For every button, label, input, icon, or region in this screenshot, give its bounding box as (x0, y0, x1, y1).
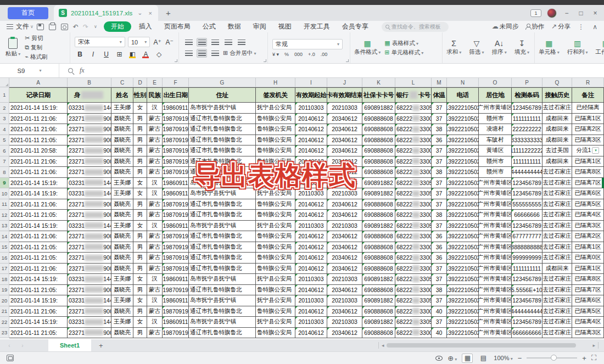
fill-color-icon[interactable]: ◧ (127, 49, 138, 59)
cell-R16[interactable]: 已隔离0区 (572, 253, 604, 264)
cell-M2[interactable]: 37 (432, 103, 447, 114)
cell-O16[interactable]: 广州市黄埔区 (479, 253, 512, 264)
cell-Q13[interactable]: 去过石家庄 (543, 221, 572, 232)
cell-H13[interactable]: 抚宁县公安局 (256, 221, 295, 232)
cell-L10[interactable]: 682223305 (395, 188, 432, 199)
row-number-7[interactable]: 7 (0, 156, 9, 167)
cell-N22[interactable]: 13922210502 (447, 317, 479, 328)
decrease-indent-icon[interactable] (223, 38, 233, 47)
cell-F12[interactable]: 19870919 (163, 210, 189, 221)
cell-R9[interactable]: 已隔离7区 (572, 178, 604, 189)
cell-H16[interactable]: 鲁特旗公安局 (256, 253, 295, 264)
cell-K15[interactable]: 690888608 (362, 242, 395, 253)
cell-O5[interactable]: 车陂村 (479, 135, 512, 146)
cell-C18[interactable]: 王美娜 (111, 274, 133, 285)
cell-P8[interactable]: 4444444444 (512, 167, 543, 178)
cell-B9[interactable]: 03231144 (68, 178, 111, 189)
cell-K18[interactable]: 690891882 (362, 274, 395, 285)
cell-R11[interactable]: 已隔离5区 (572, 199, 604, 210)
header-cell-C[interactable]: 姓名 (111, 87, 133, 103)
cell-J19[interactable]: 20340612 (327, 285, 362, 296)
cell-J3[interactable]: 20340612 (327, 114, 362, 125)
header-cell-J[interactable]: 卡有效期结束 (327, 87, 362, 103)
eraser-icon[interactable]: ◇ (154, 49, 164, 59)
cell-B23[interactable]: 23271900 (68, 328, 111, 339)
share-button[interactable]: ↗分享 (551, 23, 571, 31)
cell-P19[interactable]: 5.5556E+10 (512, 285, 543, 296)
cell-C16[interactable]: 聂晓亮 (111, 253, 133, 264)
cell-C4[interactable]: 聂晓亮 (111, 124, 133, 135)
fill-button[interactable]: ↧填充 ▾ (511, 40, 533, 56)
header-cell-I[interactable]: 有效期起始 (295, 87, 327, 103)
copy-button[interactable]: ⧉复制 (25, 44, 47, 52)
cell-E2[interactable]: 汉 (147, 103, 163, 114)
cell-I13[interactable]: 20110303 (295, 221, 327, 232)
cell-G21[interactable]: 通辽市扎鲁特旗鲁北 (189, 306, 256, 317)
cell-Q2[interactable]: 去过石家庄 (543, 103, 572, 114)
cell-O9[interactable]: 广州市黄埔区 (479, 178, 512, 189)
bold-button[interactable]: B (75, 49, 85, 59)
scroll-right-icon[interactable]: ▸ (592, 343, 595, 348)
cell-K21[interactable]: 690888608 (362, 306, 395, 317)
cell-style-button[interactable]: ⊞单元格样式 ▾ (384, 49, 423, 57)
cell-P5[interactable]: 3333333333 (512, 135, 543, 146)
ribbon-tab-7[interactable]: 会员专享 (342, 22, 368, 31)
cell-A6[interactable]: 2021-01-11 20:58: (9, 145, 68, 156)
cell-E6[interactable]: 蒙古 (147, 145, 163, 156)
cell-F7[interactable]: 19870919 (163, 156, 189, 167)
cell-C11[interactable]: 聂晓亮 (111, 199, 133, 210)
cell-D6[interactable]: 男 (133, 145, 147, 156)
column-letter-B[interactable]: B (68, 78, 111, 87)
row-number-10[interactable]: 10 (0, 188, 9, 199)
cell-H2[interactable]: 抚宁县公安局 (256, 103, 295, 114)
cell-H20[interactable]: 抚宁县公安局 (256, 295, 295, 306)
cell-F8[interactable]: 19870919 (163, 167, 189, 178)
rows-cols-button[interactable]: ▥行和列 ▾ (563, 40, 592, 56)
align-middle-icon[interactable] (197, 38, 207, 47)
cell-Q6[interactable]: 去过美国 (543, 145, 572, 156)
font-name-select[interactable]: 宋体▾ (75, 37, 125, 47)
cell-O17[interactable]: 广州市黄埔区 (479, 264, 512, 275)
quickbar-more-icon[interactable]: ∨ (94, 24, 97, 29)
cell-R18[interactable]: 已隔离8区 (572, 274, 604, 285)
close-button[interactable]: × (591, 9, 600, 17)
cell-D10[interactable]: 女 (133, 188, 147, 199)
row-number-8[interactable]: 8 (0, 167, 9, 178)
cell-C12[interactable]: 聂晓亮 (111, 210, 133, 221)
sort-button[interactable]: A↓排序 ▾ (488, 40, 511, 56)
cell-L21[interactable]: 682223300 (395, 306, 432, 317)
cell-B6[interactable]: 23271900 (68, 145, 111, 156)
cell-F23[interactable]: 19870919 (163, 328, 189, 339)
collapse-ribbon-icon[interactable]: ∧ (592, 23, 597, 31)
cell-I5[interactable]: 20140612 (295, 135, 327, 146)
cell-I2[interactable]: 20110303 (295, 103, 327, 114)
cell-I3[interactable]: 20140612 (295, 114, 327, 125)
cell-E3[interactable]: 蒙古 (147, 114, 163, 125)
cell-M4[interactable]: 38 (432, 124, 447, 135)
cell-P21[interactable]: 4444444444 (512, 306, 543, 317)
cell-R6[interactable]: 分流1▾ (572, 145, 604, 156)
cell-L20[interactable]: 682223305 (395, 295, 432, 306)
cell-C5[interactable]: 聂晓亮 (111, 135, 133, 146)
cell-R8[interactable]: 已隔离8区 (572, 167, 604, 178)
cell-N3[interactable]: 13922210502 (447, 114, 479, 125)
cell-F2[interactable]: 19860911 (163, 103, 189, 114)
cell-A3[interactable]: 2021-01-11 21:06: (9, 114, 68, 125)
cell-A9[interactable]: 2021-01-14 15:19: (9, 178, 68, 189)
cell-G2[interactable]: 岛市抚宁县抚宁镇 (189, 103, 256, 114)
cell-E9[interactable]: 汉 (147, 178, 163, 189)
cell-R14[interactable]: 已隔离2区 (572, 231, 604, 242)
font-size-select[interactable]: 10▾ (128, 37, 150, 47)
cell-E21[interactable]: 蒙古 (147, 306, 163, 317)
header-cell-E[interactable]: 民族 (147, 87, 163, 103)
cell-L3[interactable]: 682223300 (395, 114, 432, 125)
collaborate-button[interactable]: 协作 (525, 23, 544, 31)
cell-G13[interactable]: 岛市抚宁县抚宁镇 (189, 221, 256, 232)
page-layout-view-button[interactable]: ▤ (478, 354, 489, 363)
ribbon-tab-0[interactable]: 插入 (139, 22, 152, 31)
cell-H15[interactable]: 鲁特旗公安局 (256, 242, 295, 253)
cell-B11[interactable]: 23271900 (68, 199, 111, 210)
cell-J13[interactable]: 20210303 (327, 221, 362, 232)
header-cell-M[interactable]: 体温 (432, 87, 447, 103)
cell-D20[interactable]: 女 (133, 295, 147, 306)
